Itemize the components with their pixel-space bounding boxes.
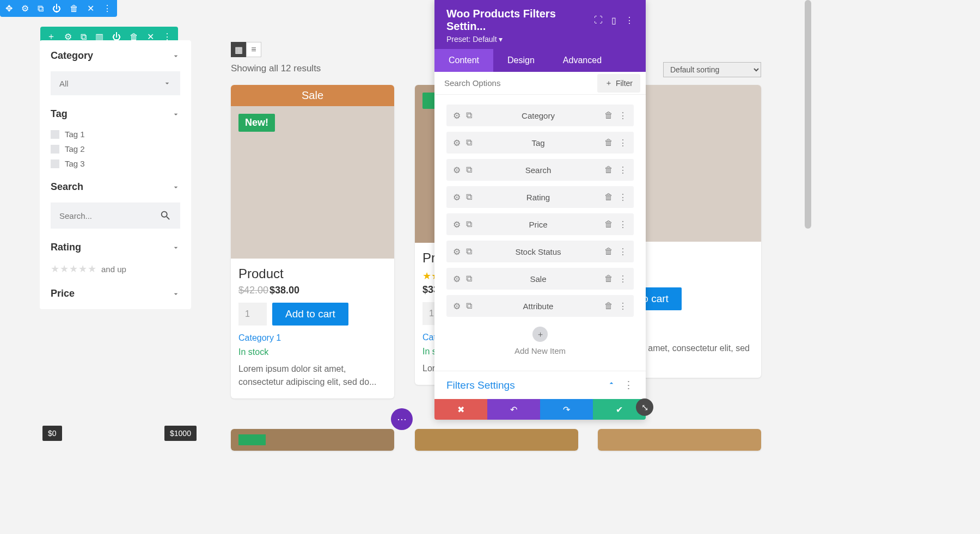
duplicate-icon[interactable]: ⧉ (466, 111, 472, 121)
filter-item[interactable]: ⚙⧉Tag🗑⋮ (446, 132, 634, 154)
search-box[interactable] (51, 202, 180, 229)
filter-item[interactable]: ⚙⧉Category🗑⋮ (446, 105, 634, 126)
redo-button[interactable]: ↷ (540, 399, 593, 420)
filter-button[interactable]: ＋Filter (597, 74, 640, 93)
trash-icon[interactable]: 🗑 (604, 111, 613, 121)
gear-icon[interactable]: ⚙ (21, 3, 29, 14)
filter-item[interactable]: ⚙⧉Rating🗑⋮ (446, 186, 634, 208)
close-icon[interactable]: ✕ (87, 3, 94, 14)
scrollbar[interactable] (805, 0, 811, 229)
more-icon[interactable]: ⋮ (618, 138, 627, 148)
sort-select[interactable]: Default sorting (663, 62, 761, 77)
trash-icon[interactable]: 🗑 (604, 247, 613, 257)
more-icon[interactable]: ⋮ (618, 274, 627, 284)
preset-dropdown[interactable]: Preset: Default ▾ (446, 35, 634, 44)
more-icon[interactable]: ⋮ (618, 301, 627, 311)
resize-handle[interactable]: ⤡ (636, 398, 653, 416)
filter-item[interactable]: ⚙⧉Search🗑⋮ (446, 159, 634, 181)
more-icon[interactable]: ⋮ (618, 111, 627, 121)
gear-icon[interactable]: ⚙ (453, 274, 461, 284)
trash-icon[interactable]: 🗑 (604, 165, 613, 175)
price-header[interactable]: Price (51, 288, 180, 299)
checkbox-icon[interactable] (51, 130, 59, 139)
rating-header[interactable]: Rating (51, 242, 180, 253)
more-icon[interactable]: ⋮ (623, 379, 634, 391)
trash-icon[interactable]: 🗑 (604, 274, 613, 284)
price-max-badge[interactable]: $1000 (164, 426, 197, 441)
snap-icon[interactable]: ▯ (611, 15, 616, 26)
price-min-badge[interactable]: $0 (42, 426, 62, 441)
trash-icon[interactable]: 🗑 (70, 4, 78, 14)
tab-content[interactable]: Content (434, 49, 493, 72)
more-icon[interactable]: ⋮ (618, 247, 627, 257)
chevron-down-icon (171, 290, 180, 298)
filters-settings-toggle[interactable]: Filters Settings ⋮ (434, 371, 646, 399)
checkbox-icon[interactable] (51, 145, 59, 154)
filter-item[interactable]: ⚙⧉Price🗑⋮ (446, 213, 634, 235)
tag-header[interactable]: Tag (51, 108, 180, 120)
duplicate-icon[interactable]: ⧉ (466, 165, 472, 175)
filter-item[interactable]: ⚙⧉Stock Status🗑⋮ (446, 241, 634, 262)
duplicate-icon[interactable]: ⧉ (466, 301, 472, 311)
quantity-input[interactable] (238, 303, 267, 326)
product-image[interactable]: New! (231, 106, 394, 259)
add-new-item[interactable]: ＋ Add New Item (446, 322, 634, 365)
duplicate-icon[interactable]: ⧉ (466, 219, 472, 230)
trash-icon[interactable]: 🗑 (604, 219, 613, 230)
product-image[interactable] (598, 429, 761, 451)
options-search-input[interactable] (434, 72, 597, 94)
search-header[interactable]: Search (51, 181, 180, 193)
trash-icon[interactable]: 🗑 (604, 138, 613, 148)
add-icon[interactable]: ＋ (532, 327, 548, 342)
more-icon[interactable]: ⋮ (618, 165, 627, 175)
panel-search-row: ＋Filter (434, 72, 646, 95)
gear-icon[interactable]: ⚙ (453, 192, 461, 202)
duplicate-icon[interactable]: ⧉ (466, 192, 472, 202)
filter-item[interactable]: ⚙⧉Attribute🗑⋮ (446, 295, 634, 317)
tab-design[interactable]: Design (493, 49, 549, 72)
expand-icon[interactable]: ⛶ (594, 15, 603, 25)
gear-icon[interactable]: ⚙ (453, 301, 461, 311)
search-input[interactable] (59, 211, 149, 220)
duplicate-icon[interactable]: ⧉ (38, 4, 44, 14)
gear-icon[interactable]: ⚙ (453, 165, 461, 175)
duplicate-icon[interactable]: ⧉ (466, 247, 472, 257)
grid-view-button[interactable]: ▦ (231, 42, 246, 57)
filter-item[interactable]: ⚙⧉Sale🗑⋮ (446, 268, 634, 290)
category-link[interactable]: Category 1 (238, 333, 387, 343)
more-icon[interactable]: ⋮ (103, 3, 112, 14)
gear-icon[interactable]: ⚙ (453, 138, 461, 148)
tag-label: Tag 2 (65, 144, 85, 154)
list-view-button[interactable]: ≡ (246, 42, 261, 57)
gear-icon[interactable]: ⚙ (453, 219, 461, 230)
search-icon[interactable] (160, 210, 171, 222)
tab-advanced[interactable]: Advanced (549, 49, 616, 72)
section-toolbar[interactable]: ✥ ⚙ ⧉ ⏻ 🗑 ✕ ⋮ (0, 0, 117, 17)
checkbox-icon[interactable] (51, 159, 59, 168)
rating-filter[interactable]: ★★★★★ and up (51, 263, 180, 275)
move-icon[interactable]: ✥ (5, 3, 13, 14)
product-image[interactable] (231, 429, 394, 451)
panel-header[interactable]: Woo Products Filters Settin... ⛶ ▯ ⋮ Pre… (434, 0, 646, 49)
tag-option[interactable]: Tag 3 (51, 159, 180, 168)
gear-icon[interactable]: ⚙ (453, 247, 461, 257)
tag-option[interactable]: Tag 1 (51, 130, 180, 139)
more-icon[interactable]: ⋮ (618, 192, 627, 202)
more-icon[interactable]: ⋮ (625, 15, 634, 26)
add-to-cart-button[interactable]: Add to cart (272, 303, 348, 326)
duplicate-icon[interactable]: ⧉ (466, 138, 472, 148)
duplicate-icon[interactable]: ⧉ (466, 274, 472, 284)
discard-button[interactable]: ✖ (434, 399, 487, 420)
category-header[interactable]: Category (51, 50, 180, 62)
filters-settings-label: Filters Settings (446, 379, 515, 391)
tag-option[interactable]: Tag 2 (51, 144, 180, 154)
product-image[interactable] (415, 429, 578, 451)
category-select[interactable]: All (51, 71, 180, 95)
power-icon[interactable]: ⏻ (52, 4, 61, 14)
trash-icon[interactable]: 🗑 (604, 301, 613, 311)
trash-icon[interactable]: 🗑 (604, 192, 613, 202)
module-options-button[interactable]: ⋯ (391, 408, 413, 430)
undo-button[interactable]: ↶ (487, 399, 540, 420)
more-icon[interactable]: ⋮ (618, 219, 627, 230)
gear-icon[interactable]: ⚙ (453, 111, 461, 121)
